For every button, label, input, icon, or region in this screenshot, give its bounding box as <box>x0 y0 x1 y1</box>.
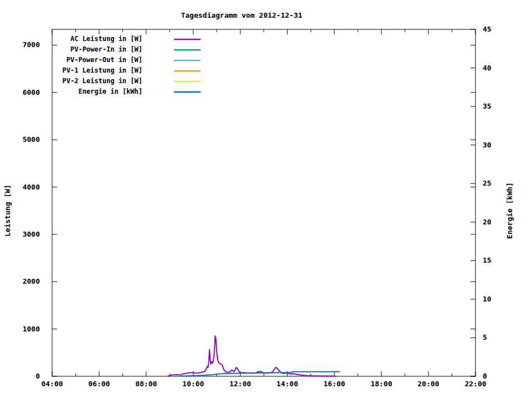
x-tick-label: 12:00 <box>223 380 258 388</box>
series-lines <box>168 336 340 376</box>
y-right-tick-label: 25 <box>483 180 492 187</box>
series-line-ac-leistung-in-w <box>168 336 336 376</box>
chart-canvas: Tagesdiagramm vom 2012-12-31 Leistung [W… <box>0 0 532 399</box>
y-right-tick-label: 40 <box>483 64 492 72</box>
legend-item-label: PV-1 Leistung in [W] <box>22 66 142 75</box>
y-right-tick-label: 10 <box>483 295 492 303</box>
y-right-tick-label: 15 <box>483 257 492 264</box>
legend-item-label: PV-Power-Out in [W] <box>22 56 142 64</box>
y-right-tick-label: 45 <box>483 25 492 33</box>
legend-item-label: PV-Power-In in [W] <box>22 45 142 54</box>
legend-item-label: Energie in [kWh] <box>22 88 142 96</box>
x-tick-label: 22:00 <box>458 380 493 388</box>
x-tick-label: 18:00 <box>364 380 399 388</box>
x-tick-label: 16:00 <box>316 380 352 388</box>
y-right-tick-label: 5 <box>483 334 487 341</box>
y-left-tick-label: 2000 <box>0 278 40 285</box>
y-left-tick-label: 4000 <box>0 183 40 191</box>
legend-line-samples <box>174 39 201 92</box>
y-left-tick-label: 0 <box>0 372 40 380</box>
x-tick-label: 06:00 <box>81 380 117 388</box>
legend-item-label: AC Leistung in [W] <box>22 35 142 43</box>
y-left-tick-label: 3000 <box>0 231 40 238</box>
y-right-tick-label: 30 <box>483 141 492 149</box>
x-tick-label: 04:00 <box>34 380 70 388</box>
x-tick-label: 08:00 <box>129 380 164 388</box>
legend-item-label: PV-2 Leistung in [W] <box>22 77 142 85</box>
x-tick-label: 10:00 <box>176 380 211 388</box>
y-right-tick-label: 35 <box>483 103 492 110</box>
y-right-tick-label: 20 <box>483 218 492 226</box>
y-right-tick-label: 0 <box>483 372 487 380</box>
y-left-tick-label: 1000 <box>0 325 40 333</box>
x-tick-label: 20:00 <box>411 380 446 388</box>
y-left-tick-label: 5000 <box>0 136 40 144</box>
x-tick-label: 14:00 <box>269 380 305 388</box>
